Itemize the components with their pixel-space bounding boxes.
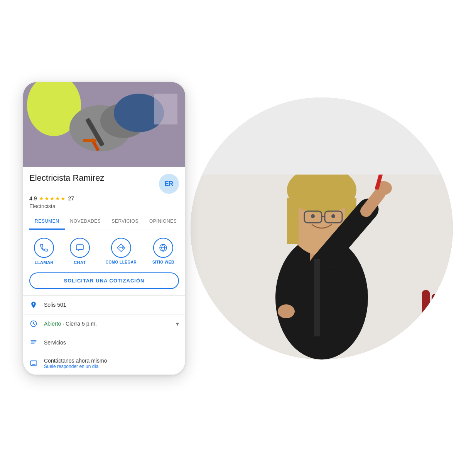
- tab-servicios[interactable]: SERVICIOS: [106, 214, 144, 230]
- llamar-icon-circle: [34, 238, 54, 258]
- website-button[interactable]: SITIO WEB: [152, 238, 174, 265]
- person-photo-circle: [191, 97, 453, 360]
- list-icon: [29, 339, 38, 346]
- chat-icon-circle: [70, 238, 90, 258]
- svg-rect-23: [441, 298, 449, 336]
- svg-rect-24: [191, 97, 453, 175]
- svg-rect-10: [322, 216, 325, 217]
- services-row: Servicios: [23, 333, 185, 352]
- tab-opiniones[interactable]: OPINIONES: [144, 214, 182, 230]
- svg-rect-20: [314, 259, 320, 336]
- header-image: [23, 82, 185, 167]
- star-1: ★: [39, 195, 44, 202]
- directions-icon-circle: [111, 238, 131, 258]
- svg-rect-6: [287, 198, 299, 244]
- svg-rect-22: [432, 294, 439, 336]
- chat-button[interactable]: CHAT: [70, 238, 90, 265]
- open-label: Abierto: [44, 321, 61, 327]
- clock-icon: [29, 320, 38, 328]
- svg-rect-33: [154, 94, 177, 124]
- star-4: ★: [55, 195, 60, 202]
- message-icon: [29, 360, 38, 367]
- quote-button[interactable]: SOLICITAR UNA COTIZACIÓN: [29, 272, 179, 289]
- business-avatar: ER: [159, 174, 179, 194]
- svg-rect-21: [422, 290, 430, 336]
- services-text: Servicios: [44, 339, 179, 346]
- directions-button[interactable]: CÓMO LLEGAR: [106, 238, 137, 265]
- svg-point-19: [278, 304, 295, 318]
- hours-text: Abierto · Cierra 5 p.m.: [44, 321, 170, 327]
- chevron-down-icon: ▾: [176, 320, 179, 328]
- directions-icon: [116, 243, 126, 252]
- tab-novedades[interactable]: NOVEDADES: [65, 214, 106, 230]
- star-3: ★: [50, 195, 55, 202]
- page-scene: Electricista Ramirez ER 4.9 ★ ★ ★ ★ ★ 27: [0, 0, 476, 457]
- hours-row[interactable]: Abierto · Cierra 5 p.m. ▾: [23, 314, 185, 333]
- location-icon: [29, 301, 38, 309]
- llamar-button[interactable]: LLAMAR: [34, 238, 54, 265]
- contact-text: Contáctanos ahora mismo: [44, 358, 107, 364]
- info-rows-section: Solis 501 Abierto · Cierra 5 p.m. ▾: [23, 295, 185, 375]
- star-2: ★: [44, 195, 49, 202]
- globe-icon: [159, 243, 168, 252]
- svg-point-12: [331, 214, 335, 218]
- hours-detail: · Cierra 5 p.m.: [62, 321, 97, 327]
- svg-point-11: [311, 214, 315, 218]
- business-name: Electricista Ramirez: [29, 173, 104, 183]
- business-category: Electricista: [29, 203, 179, 209]
- rating-number: 4.9: [29, 195, 37, 202]
- tabs-row: RESUMEN NOVEDADES SERVICIOS OPINIONES: [29, 214, 179, 230]
- phone-icon: [39, 243, 49, 252]
- svg-rect-31: [83, 139, 96, 142]
- rating-row: 4.9 ★ ★ ★ ★ ★ 27: [29, 195, 179, 202]
- svg-rect-34: [76, 245, 83, 250]
- address-row: Solis 501: [23, 296, 185, 314]
- chat-label: CHAT: [74, 260, 86, 265]
- business-info-section: Electricista Ramirez ER 4.9 ★ ★ ★ ★ ★ 27: [23, 167, 185, 230]
- phone-mockup: Electricista Ramirez ER 4.9 ★ ★ ★ ★ ★ 27: [23, 82, 185, 375]
- star-5-half: ★: [61, 195, 66, 202]
- contact-info: Contáctanos ahora mismo Suele responder …: [44, 358, 107, 369]
- website-icon-circle: [153, 238, 173, 258]
- contact-row: Contáctanos ahora mismo Suele responder …: [23, 352, 185, 375]
- llamar-label: LLAMAR: [35, 260, 54, 265]
- contact-subtext: Suele responder en un día: [44, 364, 107, 369]
- review-count: 27: [68, 195, 74, 202]
- stars-container: ★ ★ ★ ★ ★: [39, 195, 66, 202]
- chat-icon: [75, 243, 84, 252]
- address-text: Solis 501: [44, 302, 179, 308]
- action-buttons-row: LLAMAR CHAT: [23, 230, 185, 269]
- tab-resumen[interactable]: RESUMEN: [29, 214, 65, 230]
- website-label: SITIO WEB: [152, 260, 174, 264]
- directions-label: CÓMO LLEGAR: [106, 260, 137, 264]
